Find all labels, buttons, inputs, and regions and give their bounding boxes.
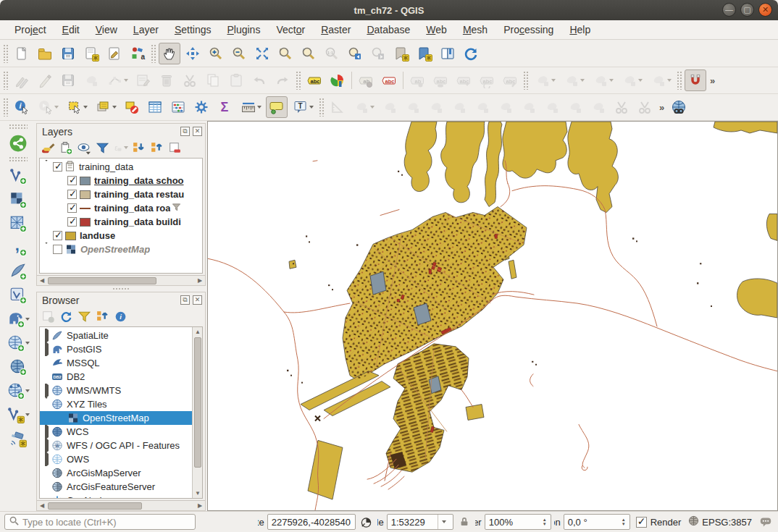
layer-swatch[interactable]	[65, 232, 76, 240]
layer-visibility-checkbox[interactable]	[67, 217, 77, 227]
filter-legend-icon[interactable]	[94, 140, 110, 155]
add-wfs-layer-icon[interactable]	[6, 379, 30, 402]
identify-features-icon[interactable]: i	[11, 96, 33, 118]
select-by-form-icon[interactable]	[92, 96, 120, 118]
show-hide-labels-icon[interactable]: abc	[430, 69, 451, 91]
scroll-left-icon[interactable]: ◀	[37, 501, 47, 510]
layer-row-training-data[interactable]: training_data	[40, 160, 202, 174]
delete-selected-icon[interactable]	[156, 69, 177, 91]
add-selected-layers-icon[interactable]	[40, 309, 56, 324]
zoom-native-icon[interactable]: 1:1	[321, 43, 343, 64]
layer-labeling-icon[interactable]: abc	[304, 69, 325, 91]
add-part-icon[interactable]	[425, 96, 447, 118]
toolbar-drag-handle[interactable]	[523, 71, 529, 90]
toolbar-drag-handle[interactable]	[9, 156, 28, 161]
layer-row-training-data-schoo[interactable]: training_data schoo	[40, 174, 202, 187]
layer-visibility-checkbox[interactable]	[67, 190, 77, 199]
remove-layer-group-icon[interactable]	[167, 140, 183, 155]
zoom-out-icon[interactable]	[228, 43, 250, 64]
map-tips-icon[interactable]	[266, 96, 288, 118]
browser-close-icon[interactable]: ✕	[193, 295, 202, 305]
add-raster-layer-icon[interactable]	[6, 187, 30, 211]
close-button[interactable]: ✕	[758, 3, 772, 17]
expand-all-icon[interactable]	[130, 140, 146, 155]
add-vector-layer-icon[interactable]	[6, 164, 30, 187]
zoom-last-icon[interactable]	[344, 43, 366, 64]
open-layer-styling-icon[interactable]	[40, 140, 56, 155]
style-manager-icon[interactable]: a	[127, 43, 149, 64]
highlight-pinned-labels-icon[interactable]: abc	[378, 69, 400, 91]
scroll-right-icon[interactable]: ▶	[195, 501, 205, 510]
manage-map-themes-icon[interactable]	[76, 140, 92, 155]
temporal-controller-icon[interactable]	[437, 43, 459, 64]
scale-combo[interactable]: 1:53229	[387, 514, 453, 530]
browser-vscrollbar[interactable]: ▲ ▼	[192, 327, 202, 498]
add-wcs-layer-icon[interactable]	[6, 355, 30, 379]
layer-row-openstreetmap[interactable]: OpenStreetMap	[40, 242, 202, 256]
menu-layer[interactable]: Layer	[126, 22, 166, 38]
zoom-to-selection-icon[interactable]	[275, 43, 296, 64]
render-checkbox[interactable]: Render	[636, 517, 682, 528]
layer-visibility-checkbox[interactable]	[67, 176, 77, 185]
menu-processing[interactable]: Processing	[496, 22, 561, 38]
browser-item-xyz-tiles[interactable]: XYZ Tiles	[40, 397, 192, 411]
locator-search[interactable]	[4, 514, 196, 530]
toolbar-overflow-icon[interactable]: »	[656, 102, 667, 113]
chevron-down-icon[interactable]	[438, 515, 449, 529]
select-features-icon[interactable]	[63, 96, 91, 118]
data-source-manager-icon[interactable]	[6, 131, 30, 155]
enable-properties-widget-icon[interactable]: i	[112, 309, 128, 324]
add-postgis-layer-icon[interactable]	[6, 307, 30, 331]
scroll-right-icon[interactable]: ▶	[195, 276, 205, 285]
redo-icon[interactable]	[272, 69, 293, 91]
new-shapefile-layer-icon[interactable]	[6, 402, 30, 426]
layer-swatch[interactable]	[80, 190, 91, 199]
toolbar-drag-handle[interactable]	[3, 98, 9, 117]
layer-diagram-icon[interactable]	[327, 69, 348, 91]
menu-vector[interactable]: Vector	[269, 22, 312, 38]
rotate-label-icon[interactable]: abc	[476, 69, 498, 91]
copy-features-icon[interactable]	[202, 69, 224, 91]
browser-item-ows[interactable]: OWS	[40, 452, 192, 466]
maximize-button[interactable]: ▢	[740, 3, 754, 17]
simplify-feature-icon[interactable]	[402, 96, 424, 118]
shape-digitize-icon[interactable]	[589, 69, 616, 91]
add-wms-layer-icon[interactable]	[6, 331, 30, 355]
lock-scale-icon[interactable]	[456, 515, 472, 529]
split-features-icon[interactable]	[518, 96, 540, 118]
fill-ring-icon[interactable]	[618, 69, 645, 91]
cad-tools-icon[interactable]	[327, 96, 348, 118]
browser-item-geonode[interactable]: GeoNode	[40, 494, 192, 498]
locator-input[interactable]	[22, 517, 191, 528]
toolbar-drag-handle[interactable]	[319, 98, 325, 117]
offset-curve-icon[interactable]	[495, 96, 516, 118]
messages-icon[interactable]	[758, 515, 774, 529]
toolbar-drag-handle[interactable]	[9, 124, 28, 129]
add-group-icon[interactable]	[58, 140, 74, 155]
pan-to-selection-icon[interactable]	[182, 43, 204, 64]
add-virtual-layer-icon[interactable]	[6, 283, 30, 307]
collapse-all-icon[interactable]	[94, 309, 110, 324]
circle-tool-icon[interactable]	[350, 96, 377, 118]
layout-manager-icon[interactable]	[80, 43, 102, 64]
layer-row-training-data-roa[interactable]: training_data roa	[40, 201, 202, 215]
extents-toggle-icon[interactable]	[359, 515, 375, 529]
map-svg[interactable]	[208, 122, 777, 510]
add-ring-icon[interactable]	[647, 69, 674, 91]
move-label-icon[interactable]: ab	[406, 69, 428, 91]
zoom-next-icon[interactable]	[367, 43, 389, 64]
stream-digitize-icon[interactable]	[560, 69, 587, 91]
layer-visibility-checkbox[interactable]	[53, 231, 62, 240]
deselect-features-icon[interactable]	[121, 96, 143, 118]
scissors-tool-icon[interactable]	[611, 96, 632, 118]
filter-indicator-icon[interactable]	[172, 203, 181, 214]
vertex-tool-icon[interactable]	[104, 69, 131, 91]
run-feature-action-icon[interactable]	[34, 96, 62, 118]
browser-item-arcgismapserver[interactable]: ArcGisMapServer	[40, 466, 192, 480]
layer-swatch-line[interactable]	[80, 204, 91, 213]
browser-item-mssql[interactable]: MSSQL	[40, 356, 192, 370]
toolbar-drag-handle[interactable]	[677, 71, 682, 90]
statistical-summary-icon[interactable]: Σ	[214, 96, 235, 118]
enable-snapping-icon[interactable]	[685, 69, 706, 91]
menu-raster[interactable]: Raster	[314, 22, 358, 38]
